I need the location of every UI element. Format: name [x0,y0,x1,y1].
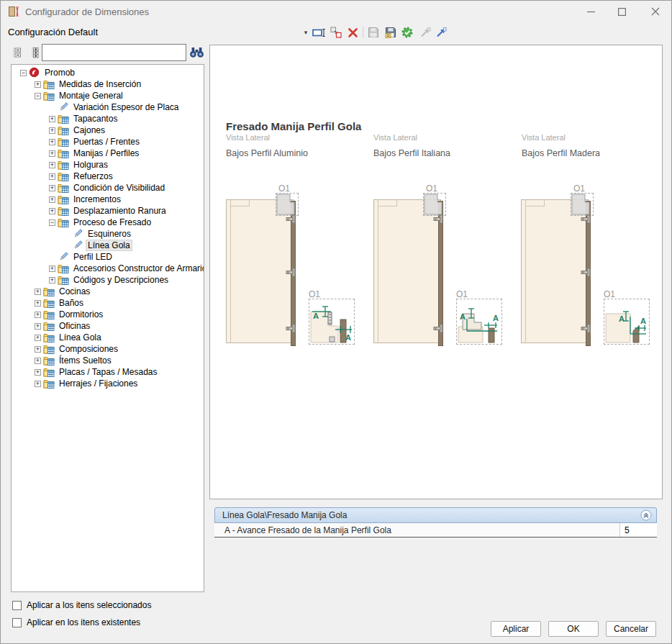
save-icon[interactable] [366,25,381,40]
svg-text:A: A [619,314,625,323]
tree-item[interactable]: Variación Espesor de Placa [12,101,204,113]
tree-item[interactable]: +Baños [12,297,204,309]
apply-selected-items-option[interactable]: Aplicar a los itens seleccionados [12,600,151,610]
expand-box-icon[interactable]: + [49,139,55,145]
view-label: Vista Lateral [522,133,666,142]
tree-item[interactable]: Esquineros [12,228,204,240]
tree-item[interactable]: +Herrajes / Fijaciones [12,378,204,389]
tree-item[interactable]: +Códigos y Descripciones [12,274,204,286]
apply-existing-items-option[interactable]: Aplicar en los itens existentes [12,617,140,627]
apply-gear-icon[interactable] [400,25,414,40]
import-arrow-icon[interactable] [418,25,432,40]
tree-item[interactable]: +Refuerzos [12,171,204,182]
tree-item[interactable]: +Holguras [12,159,204,171]
tree-item[interactable]: +Composiciones [12,343,204,355]
folder-icon [43,90,55,101]
tree-item[interactable]: −Promob [12,67,204,78]
tree-item[interactable]: Perfil LED [12,251,204,263]
folder-icon [58,205,69,217]
configuration-select[interactable]: Configuración Default [8,27,98,37]
expand-box-icon[interactable]: + [49,185,55,191]
tree-item[interactable]: +Cajones [12,124,204,136]
expand-box-icon[interactable]: + [35,323,41,330]
binoculars-icon[interactable] [189,46,204,58]
expand-box-icon[interactable]: + [49,162,55,168]
tree-item[interactable]: Línea Gola [12,240,204,251]
collapse-all-icon[interactable] [9,45,24,60]
expand-box-icon[interactable]: + [35,81,41,88]
expand-box-icon[interactable]: + [35,346,41,353]
tree-item[interactable]: −Proceso de Fresado [12,217,204,228]
tree-item-label: Tapacantos [72,114,119,124]
detail-view: A A [604,299,650,345]
tree-item[interactable]: +Tapacantos [12,113,204,124]
property-value-input[interactable]: 5 [619,523,657,537]
checkbox-icon[interactable] [12,601,22,610]
expand-box-icon[interactable]: + [35,300,41,307]
expand-box-icon[interactable]: + [49,208,55,214]
checkbox-icon[interactable] [12,618,22,627]
save-config-icon[interactable] [383,25,398,40]
close-icon[interactable] [640,1,671,22]
tree-item[interactable]: −Montaje General [12,90,204,101]
expand-box-icon[interactable]: + [49,173,55,180]
tree-item[interactable]: +Accesorios Constructor de Armarios [12,263,204,274]
tree-item[interactable]: +Dormitorios [12,309,204,320]
collapse-box-icon[interactable]: − [49,219,55,226]
aplicar-button[interactable]: Aplicar [491,621,541,637]
delete-config-icon[interactable] [345,25,360,40]
tree-item[interactable]: +Puertas / Frentes [12,136,204,148]
property-group-header[interactable]: Línea Gola\Fresado Manija Gola [214,507,657,523]
column-header-madera: Vista Lateral Bajos Perfil Madera [522,133,666,158]
tree-item[interactable]: +Línea Gola [12,332,204,343]
tree-item[interactable]: +Manijas / Perfiles [12,148,204,159]
expand-box-icon[interactable]: + [49,266,55,272]
rename-icon[interactable] [312,25,326,40]
expand-box-icon[interactable]: + [35,369,41,376]
tree-item-label: Cocinas [58,286,91,296]
expand-box-icon[interactable]: + [35,335,41,341]
tree-item[interactable]: +Placas / Tapas / Mesadas [12,366,204,378]
folder-icon [58,159,69,171]
collapse-box-icon[interactable]: − [35,93,41,99]
tree-item-label: Línea Gola [86,240,132,250]
hinge-icon [285,214,297,224]
checkbox-label: Aplicar en los itens existentes [27,617,140,627]
chevron-double-up-icon[interactable] [640,509,652,521]
expand-box-icon[interactable]: + [49,116,55,122]
folder-icon [43,332,55,343]
expand-box-icon[interactable]: + [49,277,55,284]
tree-item[interactable]: +Desplazamiento Ranura [12,205,204,217]
ok-button[interactable]: OK [548,621,599,637]
expand-box-icon[interactable]: + [35,381,41,387]
tree-item[interactable]: +Oficinas [12,320,204,332]
cancelar-button[interactable]: Cancelar [606,621,656,637]
minimize-icon[interactable] [575,1,607,22]
collapse-box-icon[interactable]: − [20,70,27,76]
export-arrow-icon[interactable] [434,25,448,40]
expand-box-icon[interactable]: + [35,312,41,318]
tree-item[interactable]: +Condición de Visibilidad [12,182,204,194]
expand-box-icon[interactable]: + [35,289,41,295]
folder-icon [58,171,69,182]
toolbar-separator [363,27,363,38]
view-label: Vista Lateral [226,133,370,142]
copy-config-icon[interactable] [329,25,343,40]
tree-search-input[interactable] [42,44,186,61]
tree-item-label: Medidas de Inserción [58,79,142,89]
door-panel [226,199,294,343]
tree-item[interactable]: +Cocinas [12,286,204,297]
folder-icon [58,194,69,205]
combo-arrow-icon[interactable]: ▾ [301,28,310,37]
tree-item[interactable]: +Medidas de Inserción [12,78,204,90]
tree-item[interactable]: +Incrementos [12,194,204,205]
folder-icon [43,343,55,355]
expand-box-icon[interactable]: + [49,150,55,157]
expand-all-icon[interactable] [27,45,42,60]
hinge-icon [285,324,297,333]
expand-box-icon[interactable]: + [35,358,41,364]
tree-item[interactable]: +Ítems Sueltos [12,355,204,366]
maximize-icon[interactable] [606,1,637,22]
expand-box-icon[interactable]: + [49,127,55,134]
expand-box-icon[interactable]: + [49,196,55,203]
